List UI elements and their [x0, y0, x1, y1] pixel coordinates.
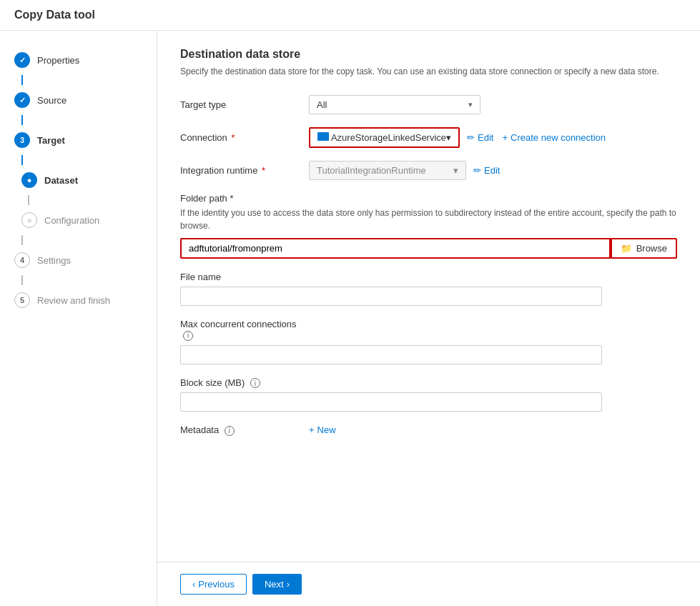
folder-path-section: Folder path * If the identity you use to…	[180, 193, 677, 259]
folder-input-row: 📁 Browse	[180, 238, 677, 259]
block-size-label: Block size (MB) i	[180, 377, 309, 389]
step-circle-source: ✓	[14, 92, 30, 108]
next-chevron-icon: ›	[287, 579, 290, 590]
edit-ir-link[interactable]: ✏ Edit	[473, 165, 500, 176]
file-name-input[interactable]	[180, 287, 602, 306]
sidebar-label-dataset: Dataset	[44, 175, 78, 186]
sidebar-item-settings[interactable]: 4 Settings	[0, 245, 157, 275]
content-body: Destination data store Specify the desti…	[157, 31, 700, 562]
folder-path-input[interactable]	[180, 238, 611, 259]
plus-icon: +	[502, 132, 508, 143]
connection-actions: ✏ Edit + Create new connection	[467, 132, 606, 143]
step-circle-target: 3	[14, 132, 30, 148]
step-circle-configuration: ○	[21, 212, 37, 228]
sidebar-label-properties: Properties	[37, 55, 79, 66]
connection-chevron: ▾	[446, 132, 451, 143]
sidebar: ✓ Properties ✓ Source 3 Target ● Dataset…	[0, 31, 157, 606]
next-button[interactable]: Next ›	[252, 574, 302, 595]
folder-path-label: Folder path *	[180, 193, 677, 204]
sidebar-label-settings: Settings	[37, 255, 71, 266]
metadata-row: Metadata i + New	[180, 424, 677, 436]
ir-control: TutorialIntegrationRuntime ▾ ✏ Edit	[309, 161, 677, 180]
edit-pencil-icon: ✏	[467, 132, 475, 143]
target-type-control: All ▾	[309, 95, 677, 114]
sidebar-label-review: Review and finish	[37, 295, 110, 306]
app-header: Copy Data tool	[0, 0, 700, 31]
sidebar-item-target[interactable]: 3 Target	[0, 125, 157, 155]
ir-select[interactable]: TutorialIntegrationRuntime ▾	[309, 161, 466, 180]
metadata-actions: + New	[309, 424, 336, 435]
sidebar-item-review[interactable]: 5 Review and finish	[0, 285, 157, 315]
connector-1	[21, 75, 23, 85]
block-size-row: Block size (MB) i	[180, 377, 677, 412]
step-circle-properties: ✓	[14, 52, 30, 68]
section-title: Destination data store	[180, 48, 677, 61]
previous-chevron-icon: ‹	[192, 579, 195, 590]
connector-5	[21, 235, 23, 245]
sidebar-label-source: Source	[37, 95, 66, 106]
sidebar-item-properties[interactable]: ✓ Properties	[0, 45, 157, 75]
storage-icon	[317, 132, 329, 141]
ir-edit-icon: ✏	[473, 165, 481, 176]
ir-label: Integration runtime *	[180, 165, 309, 176]
app-title: Copy Data tool	[14, 9, 95, 21]
connector-2	[21, 115, 23, 125]
max-concurrent-input[interactable]	[180, 345, 602, 364]
ir-chevron: ▾	[453, 165, 458, 176]
target-type-value: All	[317, 99, 327, 110]
ir-value: TutorialIntegrationRuntime	[317, 165, 426, 176]
max-concurrent-label: Max concurrent connections i	[180, 319, 309, 341]
create-new-connection-link[interactable]: + Create new connection	[502, 132, 606, 143]
step-circle-settings: 4	[14, 252, 30, 268]
plus-metadata-icon: +	[309, 424, 315, 435]
sidebar-label-target: Target	[37, 135, 65, 146]
connection-label: Connection *	[180, 132, 309, 143]
metadata-label: Metadata i	[180, 424, 309, 436]
connection-row: Connection * AzureStorageLinkedService ▾	[180, 127, 677, 148]
sidebar-label-configuration: Configuration	[44, 215, 99, 226]
target-type-row: Target type All ▾	[180, 95, 677, 114]
content-footer: ‹ Previous Next ›	[157, 562, 700, 606]
max-concurrent-row: Max concurrent connections i	[180, 319, 677, 364]
file-name-row: File name	[180, 272, 677, 306]
section-description: Specify the destination data store for t…	[180, 65, 677, 78]
integration-runtime-row: Integration runtime * TutorialIntegratio…	[180, 161, 677, 180]
connection-select[interactable]: AzureStorageLinkedService ▾	[309, 127, 460, 148]
file-name-label: File name	[180, 272, 309, 282]
connection-inner-row: AzureStorageLinkedService ▾ ✏ Edit	[309, 127, 677, 148]
content-area: Destination data store Specify the desti…	[157, 31, 700, 606]
sidebar-item-configuration[interactable]: ○ Configuration	[0, 205, 157, 235]
connector-6	[21, 275, 23, 285]
sidebar-item-dataset[interactable]: ● Dataset	[0, 165, 157, 195]
max-concurrent-info-icon[interactable]: i	[183, 331, 193, 341]
target-type-label: Target type	[180, 99, 309, 110]
block-size-info-icon[interactable]: i	[250, 378, 260, 388]
block-size-input[interactable]	[180, 392, 602, 412]
sidebar-item-source[interactable]: ✓ Source	[0, 85, 157, 115]
connector-3	[21, 155, 23, 165]
folder-browse-icon: 📁	[621, 243, 632, 254]
app-container: Copy Data tool ✓ Properties ✓ Source 3 T…	[0, 0, 700, 606]
main-content: ✓ Properties ✓ Source 3 Target ● Dataset…	[0, 31, 700, 606]
connection-value-text: AzureStorageLinkedService	[317, 132, 446, 143]
connector-4	[28, 195, 29, 205]
folder-path-desc: If the identity you use to access the da…	[180, 207, 677, 232]
ir-inner-row: TutorialIntegrationRuntime ▾ ✏ Edit	[309, 161, 677, 180]
previous-button[interactable]: ‹ Previous	[180, 574, 247, 595]
add-metadata-button[interactable]: + New	[309, 424, 336, 435]
target-type-chevron: ▾	[468, 100, 473, 109]
step-circle-review: 5	[14, 292, 30, 308]
browse-button[interactable]: 📁 Browse	[611, 238, 677, 259]
edit-connection-link[interactable]: ✏ Edit	[467, 132, 493, 143]
target-type-select[interactable]: All ▾	[309, 95, 480, 114]
step-circle-dataset: ●	[21, 172, 37, 188]
metadata-info-icon[interactable]: i	[225, 426, 235, 436]
connection-control: AzureStorageLinkedService ▾ ✏ Edit	[309, 127, 677, 148]
